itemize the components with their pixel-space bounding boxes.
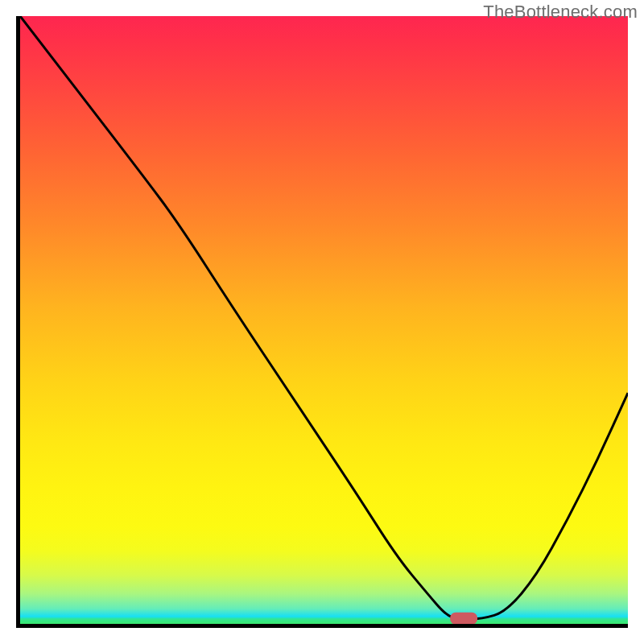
chart-container: TheBottleneck.com bbox=[0, 0, 644, 644]
watermark-text: TheBottleneck.com bbox=[483, 2, 638, 23]
plot-area bbox=[16, 16, 628, 628]
optimal-point-marker bbox=[450, 613, 477, 624]
chart-overlay-svg bbox=[20, 16, 628, 624]
bottleneck-curve-path bbox=[20, 16, 628, 619]
